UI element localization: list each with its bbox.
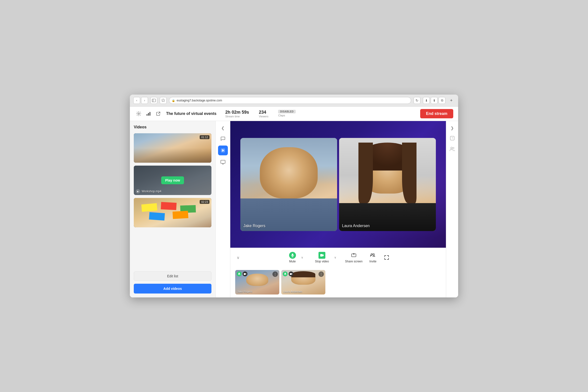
url-bar[interactable]: 🔒 eustaging7.backstage.spotme.com: [169, 97, 411, 104]
stop-video-label: Stop video: [315, 260, 329, 263]
jake-thumb-name: Jake Rogers: [237, 290, 252, 293]
video-thumbnail-1[interactable]: 01:12: [134, 133, 212, 163]
analytics-button[interactable]: [144, 110, 152, 118]
download-button[interactable]: ⬇: [423, 97, 430, 104]
svg-rect-18: [239, 273, 240, 274]
forward-button[interactable]: ›: [141, 97, 148, 104]
controls-collapse-button[interactable]: ∨: [234, 254, 242, 262]
video-2-file-info: ▶ Workshop.mp4: [136, 189, 161, 194]
fullscreen-button[interactable]: [380, 252, 393, 262]
claps-badge: DISABLED: [278, 110, 296, 114]
windows-button[interactable]: ⧉: [438, 97, 446, 104]
app-body: Videos 01:12 Play now ▶ Workshop.mp4: [130, 121, 458, 298]
browser-action-buttons: ⬇ ⬆ ⧉: [423, 97, 446, 104]
jake-cam-indicator: [242, 272, 248, 276]
stream-time-value: 2h 02m 59s: [225, 110, 249, 115]
svg-rect-19: [244, 273, 246, 275]
jake-thumbnail[interactable]: ⋮ Jake Rogers: [235, 270, 279, 294]
jake-mic-indicator: [237, 272, 242, 276]
chat-toolbar-button[interactable]: [218, 134, 228, 144]
viewers-label: Viewers: [259, 115, 268, 118]
play-now-button[interactable]: Play now: [161, 176, 184, 184]
laura-indicators: [283, 272, 294, 276]
laura-mic-indicator: [283, 272, 288, 276]
cam-icon: [318, 252, 325, 259]
video-thumbnail-2[interactable]: Play now ▶ Workshop.mp4: [134, 166, 212, 195]
add-videos-button[interactable]: Add videos: [134, 284, 212, 294]
svg-rect-21: [290, 273, 292, 275]
share-screen-label: Share screen: [345, 260, 362, 263]
share-screen-icon: [350, 252, 357, 259]
help-button[interactable]: ?: [448, 134, 457, 142]
svg-rect-5: [150, 112, 150, 116]
mute-dropdown-button[interactable]: ∨: [300, 254, 305, 262]
svg-rect-3: [146, 114, 148, 116]
stream-time-stat: 2h 02m 59s Stream time: [225, 110, 249, 118]
stop-video-dropdown-button[interactable]: ∨: [332, 254, 338, 262]
end-stream-button[interactable]: End stream: [420, 109, 453, 118]
screen-toolbar-button[interactable]: [218, 157, 228, 167]
video-1-duration: 01:12: [200, 135, 210, 139]
laura-thumb-menu-button[interactable]: ⋮: [318, 272, 324, 277]
invite-button[interactable]: Invite: [366, 250, 380, 264]
svg-point-17: [373, 254, 374, 255]
participant-video-laura: Laura Andersen: [339, 138, 436, 231]
play-icon-small: ▶: [136, 189, 140, 194]
video-play-toolbar-button[interactable]: [218, 146, 228, 155]
mute-control-group: Mute ∨: [283, 250, 308, 264]
settings-button[interactable]: [135, 110, 142, 118]
viewers-value: 234: [259, 110, 268, 115]
new-tab-button[interactable]: +: [448, 97, 455, 104]
url-text: eustaging7.backstage.spotme.com: [177, 99, 222, 102]
svg-rect-20: [285, 273, 286, 274]
fullscreen-icon: [383, 254, 390, 261]
video-thumbnail-3[interactable]: 02:23: [134, 198, 212, 227]
mute-label: Mute: [289, 260, 296, 263]
middle-toolbar: ❮: [216, 121, 230, 298]
svg-point-25: [453, 148, 454, 149]
svg-text:?: ?: [451, 137, 453, 140]
main-content-area: Jake Rogers Laura Andersen: [230, 121, 446, 298]
svg-rect-0: [152, 99, 156, 102]
jake-thumb-overlay: ⋮: [235, 270, 279, 278]
claps-section: DISABLED Claps: [278, 110, 296, 118]
reload-button[interactable]: ↻: [414, 97, 420, 104]
jake-name: Jake Rogers: [243, 224, 265, 228]
header-stats: 2h 02m 59s Stream time 234 Viewers DISAB…: [225, 110, 296, 118]
stop-video-button[interactable]: Stop video: [312, 250, 332, 264]
video-3-duration: 02:23: [200, 200, 210, 204]
svg-rect-14: [320, 254, 323, 256]
laura-thumbnail[interactable]: ⋮ Laura Andersen: [281, 270, 325, 294]
edit-list-button[interactable]: Edit list: [134, 272, 212, 281]
app-header: The future of virtual events 2h 02m 59s …: [130, 106, 458, 121]
video-stage: Jake Rogers Laura Andersen: [230, 121, 446, 248]
mic-icon: [289, 252, 296, 259]
mute-button[interactable]: Mute: [286, 250, 299, 264]
share-screen-button[interactable]: Share screen: [342, 250, 365, 264]
invite-label: Invite: [370, 260, 376, 263]
videos-panel: Videos 01:12 Play now ▶ Workshop.mp4: [130, 121, 216, 298]
browser-toolbar: ‹ › 🔒 eustaging7.backstage.spotme.com ↻ …: [130, 94, 458, 106]
event-title: The future of virtual events: [166, 112, 216, 116]
svg-rect-4: [148, 113, 149, 116]
share-button[interactable]: ⬆: [431, 97, 438, 104]
back-button[interactable]: ‹: [133, 97, 140, 104]
jake-indicators: [237, 272, 248, 276]
browser-window: ‹ › 🔒 eustaging7.backstage.spotme.com ↻ …: [130, 94, 458, 298]
right-panel: ❯ ?: [446, 121, 458, 298]
external-link-button[interactable]: [154, 110, 162, 118]
laura-name: Laura Andersen: [342, 224, 370, 228]
right-panel-collapse-button[interactable]: ❯: [448, 124, 456, 132]
left-panel-collapse-button[interactable]: ❮: [219, 124, 227, 132]
svg-rect-11: [292, 254, 293, 256]
sidebar-toggle-button[interactable]: [150, 97, 157, 104]
stream-time-label: Stream time: [225, 115, 249, 118]
laura-cam-indicator: [288, 272, 294, 276]
header-icon-buttons: [135, 110, 162, 118]
extensions-button[interactable]: [160, 97, 166, 104]
video-controls-bar: ∨: [230, 248, 446, 267]
video-2-filename: Workshop.mp4: [142, 190, 161, 193]
claps-label: Claps: [278, 114, 296, 117]
jake-thumb-menu-button[interactable]: ⋮: [272, 272, 278, 277]
attendees-button[interactable]: [448, 144, 457, 153]
